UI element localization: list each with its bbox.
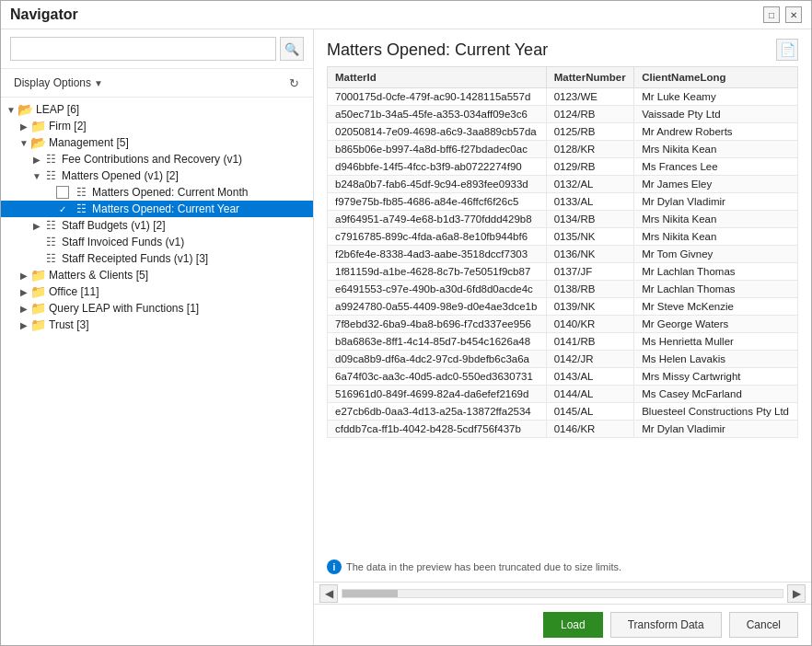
item-label: Office [11] bbox=[49, 285, 99, 298]
right-panel-title: Matters Opened: Current Year bbox=[327, 40, 548, 60]
tree-item-matters-current-year[interactable]: ✓ ☷ Matters Opened: Current Year bbox=[1, 201, 313, 217]
expand-icon: ▶ bbox=[17, 287, 30, 297]
tree-item-matters-clients[interactable]: ▶ 📁 Matters & Clients [5] bbox=[1, 267, 313, 283]
tree-item-management[interactable]: ▼ 📂 Management [5] bbox=[1, 134, 313, 151]
data-table-container[interactable]: MatterId MatterNumber ClientNameLong 700… bbox=[314, 66, 811, 552]
checkbox-matters-year[interactable]: ✓ bbox=[56, 202, 69, 215]
dropdown-arrow-icon: ▼ bbox=[94, 78, 103, 88]
search-button[interactable]: 🔍 bbox=[280, 37, 304, 61]
scroll-thumb[interactable] bbox=[342, 590, 398, 597]
expand-icon: ▶ bbox=[17, 121, 30, 132]
tree-item-trust[interactable]: ▶ 📁 Trust [3] bbox=[1, 317, 313, 333]
table-cell: 0138/RB bbox=[546, 281, 634, 298]
table-cell: 0143/AL bbox=[546, 368, 634, 386]
table-cell: Mrs Nikita Kean bbox=[634, 228, 798, 246]
tree-container[interactable]: ▼ 📂 LEAP [6] ▶ 📁 Firm [2] ▼ 📂 Management… bbox=[1, 98, 313, 645]
col-matter-number: MatterNumber bbox=[546, 67, 634, 88]
table-cell: Mrs Missy Cartwright bbox=[634, 368, 798, 386]
scroll-right-button[interactable]: ▶ bbox=[787, 584, 806, 603]
table-cell: Bluesteel Constructions Pty Ltd bbox=[634, 403, 798, 421]
tree-item-firm[interactable]: ▶ 📁 Firm [2] bbox=[1, 118, 313, 134]
refresh-button[interactable]: ↻ bbox=[284, 73, 304, 93]
grid-icon: ☷ bbox=[43, 219, 58, 232]
tree-item-staff-receipted[interactable]: ☷ Staff Receipted Funds (v1) [3] bbox=[1, 250, 313, 267]
spacer bbox=[43, 188, 56, 198]
table-cell: Mr Andrew Roberts bbox=[634, 123, 798, 141]
expand-icon: ▶ bbox=[30, 221, 43, 231]
search-input[interactable] bbox=[10, 37, 276, 61]
table-row: 7f8ebd32-6ba9-4ba8-b696-f7cd337ee9560140… bbox=[328, 316, 798, 333]
tree-item-matters-current-month[interactable]: ☷ Matters Opened: Current Month bbox=[1, 184, 313, 201]
horizontal-scrollbar[interactable]: ◀ ▶ bbox=[314, 582, 811, 604]
tree-item-matters-opened[interactable]: ▼ ☷ Matters Opened (v1) [2] bbox=[1, 167, 313, 184]
tree-item-leap[interactable]: ▼ 📂 LEAP [6] bbox=[1, 101, 313, 118]
transform-data-button[interactable]: Transform Data bbox=[610, 612, 722, 638]
item-label: Matters Opened: Current Month bbox=[92, 186, 248, 199]
display-options-label: Display Options bbox=[14, 76, 91, 89]
tree-item-office[interactable]: ▶ 📁 Office [11] bbox=[1, 283, 313, 300]
table-cell: a50ec71b-34a5-45fe-a353-034aff09e3c6 bbox=[328, 106, 547, 123]
table-cell: 0134/RB bbox=[546, 211, 634, 228]
table-cell: 02050814-7e09-4698-a6c9-3aa889cb57da bbox=[328, 123, 547, 141]
window-title: Navigator bbox=[10, 6, 78, 23]
table-cell: 0132/AL bbox=[546, 176, 634, 193]
table-cell: 0128/KR bbox=[546, 141, 634, 158]
folder-icon: 📁 bbox=[30, 120, 45, 133]
tree-item-fee-contributions[interactable]: ▶ ☷ Fee Contributions and Recovery (v1) bbox=[1, 151, 313, 167]
table-cell: Vaissade Pty Ltd bbox=[634, 106, 798, 123]
table-row: d946bbfe-14f5-4fcc-b3f9-ab0722274f900129… bbox=[328, 158, 798, 176]
table-cell: Mr Lachlan Thomas bbox=[634, 281, 798, 298]
info-icon: i bbox=[327, 559, 342, 574]
table-row: a9f64951-a749-4e68-b1d3-770fddd429b80134… bbox=[328, 211, 798, 228]
expand-icon bbox=[30, 237, 43, 248]
scroll-track[interactable] bbox=[342, 589, 783, 598]
scroll-left-button[interactable]: ◀ bbox=[319, 584, 338, 603]
truncated-text: The data in the preview has been truncat… bbox=[346, 561, 621, 572]
item-label: Firm [2] bbox=[49, 120, 87, 133]
tree-item-staff-invoiced[interactable]: ☷ Staff Invoiced Funds (v1) bbox=[1, 234, 313, 250]
right-panel: Matters Opened: Current Year 📄 MatterId … bbox=[314, 29, 811, 645]
export-button[interactable]: 📄 bbox=[776, 39, 798, 61]
table-cell: Mrs Nikita Kean bbox=[634, 211, 798, 228]
display-options-button[interactable]: Display Options ▼ bbox=[10, 75, 107, 91]
folder-icon: 📁 bbox=[30, 318, 45, 331]
minimize-button[interactable]: □ bbox=[763, 6, 780, 23]
grid-icon: ☷ bbox=[43, 236, 58, 248]
grid-icon: ☷ bbox=[74, 186, 88, 199]
right-header: Matters Opened: Current Year 📄 bbox=[314, 29, 811, 66]
item-label: Fee Contributions and Recovery (v1) bbox=[62, 153, 242, 166]
table-cell: 0142/JR bbox=[546, 351, 634, 368]
expand-icon: ▼ bbox=[17, 138, 30, 148]
table-row: f979e75b-fb85-4686-a84e-46ffcf6f26c50133… bbox=[328, 193, 798, 211]
expand-icon: ▶ bbox=[17, 271, 30, 281]
table-row: 1f81159d-a1be-4628-8c7b-7e5051f9cb870137… bbox=[328, 263, 798, 281]
table-cell: 0125/RB bbox=[546, 123, 634, 141]
table-cell: d09ca8b9-df6a-4dc2-97cd-9bdefb6c3a6a bbox=[328, 351, 547, 368]
table-cell: b8a6863e-8ff1-4c14-85d7-b454c1626a48 bbox=[328, 333, 547, 351]
expand-icon bbox=[30, 254, 43, 264]
content-area: 🔍 Display Options ▼ ↻ ▼ 📂 LEAP [6] bbox=[1, 29, 811, 645]
tree-item-query-leap[interactable]: ▶ 📁 Query LEAP with Functions [1] bbox=[1, 300, 313, 317]
table-cell: a9f64951-a749-4e68-b1d3-770fddd429b8 bbox=[328, 211, 547, 228]
table-cell: 0135/NK bbox=[546, 228, 634, 246]
col-matter-id: MatterId bbox=[328, 67, 547, 88]
checkbox-matters-month[interactable] bbox=[56, 186, 69, 199]
table-row: d09ca8b9-df6a-4dc2-97cd-9bdefb6c3a6a0142… bbox=[328, 351, 798, 368]
table-cell: Ms Helen Lavakis bbox=[634, 351, 798, 368]
title-bar: Navigator □ ✕ bbox=[1, 1, 811, 29]
navigator-window: Navigator □ ✕ 🔍 Display Options ▼ ↻ bbox=[0, 0, 812, 646]
cancel-button[interactable]: Cancel bbox=[729, 612, 798, 638]
grid-icon: ☷ bbox=[43, 153, 58, 166]
table-cell: 0129/RB bbox=[546, 158, 634, 176]
load-button[interactable]: Load bbox=[543, 612, 603, 638]
table-cell: Mr James Eley bbox=[634, 176, 798, 193]
table-cell: 0145/AL bbox=[546, 403, 634, 421]
table-row: a9924780-0a55-4409-98e9-d0e4ae3dce1b0139… bbox=[328, 298, 798, 316]
tree-item-staff-budgets[interactable]: ▶ ☷ Staff Budgets (v1) [2] bbox=[1, 217, 313, 234]
truncated-notice: i The data in the preview has been trunc… bbox=[314, 552, 811, 582]
folder-icon: 📁 bbox=[30, 285, 45, 298]
close-button[interactable]: ✕ bbox=[785, 6, 802, 23]
expand-icon: ▼ bbox=[30, 171, 43, 181]
table-row: 516961d0-849f-4699-82a4-da6efef2169d0144… bbox=[328, 386, 798, 403]
table-cell: 516961d0-849f-4699-82a4-da6efef2169d bbox=[328, 386, 547, 403]
